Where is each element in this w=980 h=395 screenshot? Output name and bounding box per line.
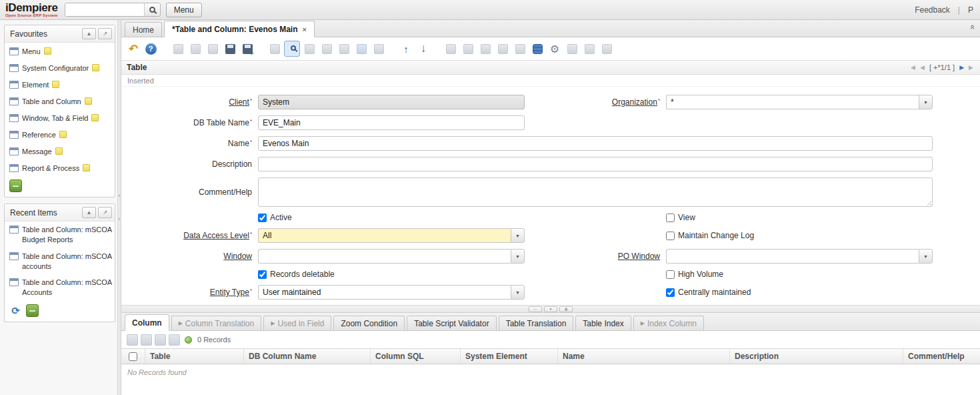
search-input[interactable] (65, 3, 144, 16)
active-checkbox[interactable] (258, 214, 267, 222)
delete-record-icon[interactable] (205, 41, 221, 57)
new-record-icon[interactable] (170, 41, 186, 57)
client-field[interactable] (258, 95, 525, 109)
data-access-level-dropdown-icon[interactable]: ▼ (511, 228, 525, 243)
grid-save-icon[interactable] (169, 334, 180, 346)
entity-type-field[interactable] (258, 285, 511, 300)
attachment-icon[interactable] (301, 41, 317, 57)
sidebar-item-element[interactable]: Element (5, 76, 115, 93)
print-preview-icon[interactable] (495, 41, 511, 57)
previous-record-icon[interactable]: ◀ (920, 64, 925, 71)
maintain-change-log-checkbox[interactable] (666, 232, 675, 240)
grid-delete-icon[interactable] (155, 334, 166, 346)
view-checkbox[interactable] (666, 214, 675, 222)
grid-new-icon[interactable] (127, 334, 138, 346)
db-table-name-field[interactable] (258, 115, 525, 130)
ignore-changes-icon[interactable]: ↶ (125, 41, 141, 57)
export-icon[interactable] (512, 41, 528, 57)
detail-record-icon[interactable]: ↓ (415, 41, 431, 57)
recent-minimize-icon[interactable]: ▲ (82, 207, 96, 218)
form-detail-splitter[interactable]: — ▼ ▦ (121, 305, 980, 313)
recent-expand-icon[interactable]: ↗ (98, 207, 112, 218)
sidebar-item-window-tab-field[interactable]: Window, Tab & Field (5, 109, 115, 126)
workflow-icon[interactable] (529, 41, 545, 57)
feedback-link[interactable]: Feedback (915, 5, 950, 15)
save-icon[interactable] (222, 41, 238, 57)
chat-icon[interactable] (319, 41, 335, 57)
detail-tab-table-index[interactable]: Table Index (575, 316, 631, 330)
last-record-icon[interactable]: ▶ (969, 64, 973, 71)
column-header-name[interactable]: Name (558, 349, 730, 364)
favourites-expand-icon[interactable]: ↗ (98, 28, 112, 39)
sidebar-item-reference[interactable]: Reference (5, 126, 115, 143)
organization-dropdown-icon[interactable]: ▼ (919, 95, 933, 109)
print-icon[interactable] (477, 41, 493, 57)
column-header-description[interactable]: Description (730, 349, 903, 364)
column-header-column-sql[interactable]: Column SQL (371, 349, 461, 364)
column-header-db-column-name[interactable]: DB Column Name (244, 349, 371, 364)
comment-help-field[interactable] (258, 177, 933, 207)
sidebar-item-table-and-column[interactable]: Table and Column (5, 93, 115, 109)
report-icon[interactable] (443, 41, 459, 57)
grid-edit-icon[interactable] (141, 334, 152, 346)
detail-tab-zoom-condition[interactable]: Zoom Condition (333, 316, 405, 330)
parent-record-icon[interactable]: ↑ (398, 41, 414, 57)
po-window-dropdown-icon[interactable]: ▼ (919, 249, 933, 264)
save-create-icon[interactable] (239, 41, 255, 57)
copy-record-icon[interactable] (187, 41, 203, 57)
recent-item[interactable]: Table and Column: mSCOA Accounts (5, 274, 115, 301)
sidebar-item-menu[interactable]: Menu (5, 43, 115, 59)
data-access-level-field[interactable] (258, 228, 511, 243)
splitter-expand-icon[interactable]: ▼ (544, 306, 557, 312)
recycle-bin-icon[interactable] (26, 304, 39, 317)
collapse-tabbar-icon[interactable]: « (968, 25, 978, 29)
column-header-comment-help[interactable]: Comment/Help (903, 349, 980, 364)
sidebar-item-system-configurator[interactable]: System Configurator (5, 59, 115, 76)
window-field[interactable] (258, 249, 511, 264)
active-label: Active (270, 213, 292, 222)
help-icon[interactable]: ? (143, 41, 159, 57)
find-icon[interactable] (284, 41, 300, 57)
recycle-bin-icon[interactable] (9, 179, 22, 192)
organization-field[interactable] (666, 95, 919, 109)
window-dropdown-icon[interactable]: ▼ (511, 249, 525, 264)
recent-item[interactable]: Table and Column: mSCOA Budget Reports (5, 222, 115, 248)
splitter-grid-icon[interactable]: ▦ (559, 306, 573, 312)
centrally-maintained-checkbox[interactable] (666, 288, 675, 297)
requery-icon[interactable] (267, 41, 283, 57)
product-info-icon[interactable] (564, 41, 580, 57)
file-import-icon[interactable] (599, 41, 615, 57)
favourites-minimize-icon[interactable]: ▲ (82, 28, 96, 39)
po-window-field[interactable] (666, 249, 919, 264)
close-tab-icon[interactable]: × (302, 25, 306, 33)
next-record-icon[interactable]: ▶ (959, 64, 964, 71)
history-icon[interactable] (371, 41, 387, 57)
recent-item[interactable]: Table and Column: mSCOA accounts (5, 248, 115, 275)
menu-button[interactable]: Menu (166, 3, 202, 17)
first-record-icon[interactable]: ◀ (911, 64, 915, 71)
column-header-system-element[interactable]: System Element (461, 349, 558, 364)
process-icon[interactable]: ⚙ (547, 41, 563, 57)
name-field[interactable] (258, 136, 933, 151)
preferences-link[interactable]: P (968, 5, 973, 15)
high-volume-checkbox[interactable] (666, 270, 675, 279)
grid-toggle-icon[interactable] (353, 41, 369, 57)
detail-tab-column[interactable]: Column (125, 314, 169, 331)
sidebar-item-message[interactable]: Message (5, 143, 115, 159)
archive-icon[interactable] (460, 41, 476, 57)
entity-type-dropdown-icon[interactable]: ▼ (511, 285, 525, 300)
description-field[interactable] (258, 157, 933, 171)
sidebar-item-report-process[interactable]: Report & Process (5, 159, 115, 176)
refresh-icon[interactable]: ⟳ (9, 304, 22, 317)
label-icon[interactable] (336, 41, 352, 57)
select-all-checkbox[interactable] (129, 352, 137, 361)
csv-import-icon[interactable] (581, 41, 597, 57)
detail-tab-table-script-validator[interactable]: Table Script Validator (407, 316, 497, 330)
column-header-table[interactable]: Table (145, 349, 244, 364)
tab-table-and-column[interactable]: *Table and Column: Evenos Main × (164, 21, 315, 37)
records-deletable-checkbox[interactable] (258, 270, 267, 279)
detail-tab-table-translation[interactable]: Table Translation (499, 316, 574, 330)
search-button[interactable] (144, 3, 160, 16)
splitter-collapse-icon[interactable]: — (529, 306, 542, 312)
tab-home[interactable]: Home (125, 22, 162, 37)
